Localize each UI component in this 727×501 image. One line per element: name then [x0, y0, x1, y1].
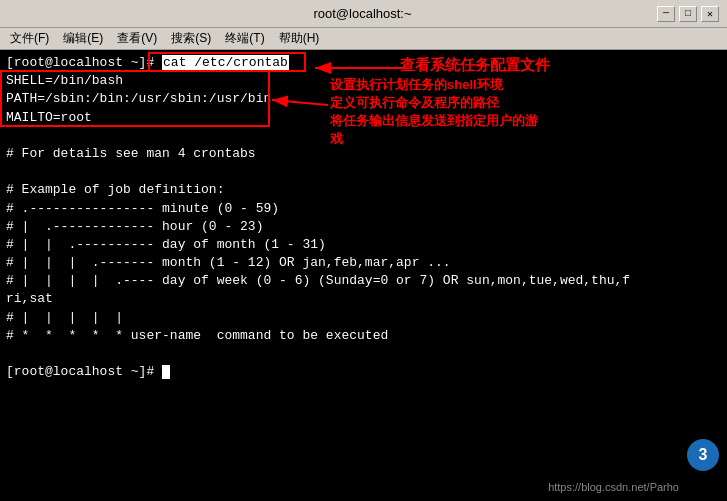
- terminal-line-12: # | | | | .---- day of week (0 - 6) (Sun…: [6, 272, 721, 290]
- menu-view[interactable]: 查看(V): [111, 28, 163, 49]
- page-badge: 3: [687, 439, 719, 471]
- terminal-line-10: # | | .---------- day of month (1 - 31): [6, 236, 721, 254]
- menu-edit[interactable]: 编辑(E): [57, 28, 109, 49]
- menu-help[interactable]: 帮助(H): [273, 28, 326, 49]
- terminal-line-8: # .---------------- minute (0 - 59): [6, 200, 721, 218]
- cursor: [162, 365, 170, 379]
- window-title: root@localhost:~: [68, 6, 657, 21]
- annotation-env4: 戏: [330, 130, 343, 148]
- terminal-line-14: # | | | | |: [6, 309, 721, 327]
- menu-search[interactable]: 搜索(S): [165, 28, 217, 49]
- terminal[interactable]: [root@localhost ~]# cat /etc/crontab SHE…: [0, 50, 727, 501]
- annotation-env3: 将任务输出信息发送到指定用户的游: [330, 112, 538, 130]
- close-button[interactable]: ✕: [701, 6, 719, 22]
- terminal-line-9: # | .------------- hour (0 - 23): [6, 218, 721, 236]
- annotation-title: 查看系统任务配置文件: [400, 54, 550, 75]
- prompt-final: [root@localhost ~]#: [6, 364, 162, 379]
- env-red-box: [0, 70, 270, 127]
- terminal-line-13: ri,sat: [6, 290, 721, 308]
- maximize-button[interactable]: □: [679, 6, 697, 22]
- terminal-line-17: [root@localhost ~]#: [6, 363, 721, 381]
- minimize-button[interactable]: ─: [657, 6, 675, 22]
- terminal-line-7: # Example of job definition:: [6, 181, 721, 199]
- menu-file[interactable]: 文件(F): [4, 28, 55, 49]
- terminal-line-11: # | | | .------- month (1 - 12) OR jan,f…: [6, 254, 721, 272]
- prompt-0: [root@localhost ~]#: [6, 55, 162, 70]
- title-bar: root@localhost:~ ─ □ ✕: [0, 0, 727, 28]
- annotation-env1: 设置执行计划任务的shell环境: [330, 76, 503, 94]
- terminal-line-15: # * * * * * user-name command to be exec…: [6, 327, 721, 345]
- terminal-line-6: [6, 163, 721, 181]
- terminal-line-16: [6, 345, 721, 363]
- cmd-red-box: [148, 52, 306, 72]
- watermark: https://blog.csdn.net/Parho: [548, 481, 679, 493]
- annotation-env2: 定义可执行命令及程序的路径: [330, 94, 499, 112]
- menu-bar: 文件(F) 编辑(E) 查看(V) 搜索(S) 终端(T) 帮助(H): [0, 28, 727, 50]
- terminal-line-5: # For details see man 4 crontabs: [6, 145, 721, 163]
- menu-terminal[interactable]: 终端(T): [219, 28, 270, 49]
- window-controls[interactable]: ─ □ ✕: [657, 6, 719, 22]
